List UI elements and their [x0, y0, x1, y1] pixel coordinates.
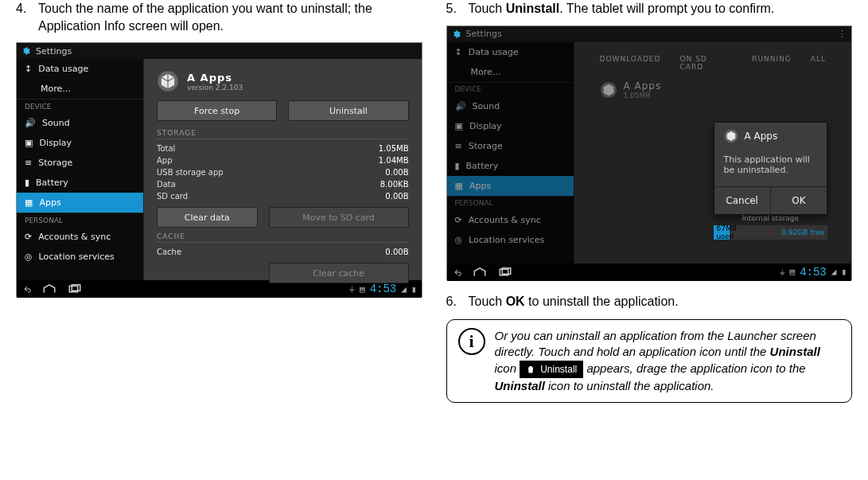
recents-icon[interactable] — [68, 283, 82, 295]
status-bar: Settings — [17, 43, 422, 59]
step-text: Touch OK to uninstall the application. — [469, 293, 853, 310]
cache-row: Cache0.00B — [157, 246, 409, 258]
home-icon[interactable] — [42, 283, 56, 295]
info-text: Or you can uninstall an application from… — [495, 328, 841, 394]
sidebar-item-battery[interactable]: ▮Battery — [17, 173, 143, 193]
info-box: i Or you can uninstall an application fr… — [446, 319, 853, 403]
step-text: Touch the name of the application you wa… — [38, 0, 422, 34]
uninstall-dialog: A Apps This application will be uninstal… — [714, 122, 828, 215]
home-icon[interactable] — [473, 267, 487, 278]
step-number: 5. — [446, 0, 469, 18]
ok-button[interactable]: OK — [771, 187, 827, 214]
window-title: Settings — [36, 46, 72, 57]
sidebar-header-device: DEVICE — [17, 99, 143, 113]
apps-panel: DOWNLOADED ON SD CARD RUNNING ALL A Apps… — [574, 42, 852, 263]
recents-icon[interactable] — [498, 267, 512, 278]
window-title: Settings — [466, 29, 502, 39]
nav-bar: ⏚ ▤ 4:53 ◢ ▮ — [447, 263, 852, 281]
sidebar-item-data-usage: ↕Data usage — [447, 42, 574, 62]
settings-icon — [452, 29, 461, 39]
storage-row: SD card0.00B — [157, 190, 409, 202]
section-storage: STORAGE — [157, 129, 409, 139]
settings-sidebar: ↕Data usage More… DEVICE 🔊Sound ▣Display… — [447, 42, 574, 263]
wifi-icon: ◢ — [401, 284, 407, 295]
sidebar-item-storage: ≡Storage — [447, 136, 574, 156]
sd-icon: ▤ — [790, 267, 796, 277]
usb-icon: ⏚ — [780, 267, 785, 277]
sidebar-header-personal: PERSONAL — [17, 213, 143, 227]
storage-used: 67MB used — [714, 225, 730, 240]
storage-free: 0.92GB free — [781, 228, 827, 236]
move-sd-button: Move to SD card — [269, 207, 409, 228]
sd-icon: ▤ — [360, 284, 365, 295]
force-stop-button[interactable]: Force stop — [157, 100, 277, 121]
step-number: 4. — [16, 0, 38, 34]
info-icon: i — [458, 328, 485, 355]
trash-icon — [526, 365, 535, 374]
sidebar-header-personal: PERSONAL — [447, 196, 574, 210]
app-icon — [600, 81, 617, 99]
wifi-icon: ◢ — [831, 267, 837, 277]
back-icon[interactable] — [452, 267, 461, 277]
cancel-button[interactable]: Cancel — [714, 187, 771, 214]
app-icon — [157, 70, 179, 92]
battery-icon: ▮ — [841, 267, 847, 277]
app-version: version 2.2.103 — [187, 84, 243, 92]
storage-row: Total1.05MB — [157, 142, 409, 154]
sidebar-item-battery: ▮Battery — [447, 156, 574, 176]
storage-bar: Internal storage 67MB used 0.92GB free — [714, 225, 828, 240]
tab-downloaded: DOWNLOADED — [600, 55, 661, 71]
dialog-title: A Apps — [745, 131, 778, 142]
settings-sidebar: ↕Data usage More… DEVICE 🔊Sound ▣Display… — [17, 59, 144, 280]
step-text: Touch Uninstall. The tablet will prompt … — [469, 0, 853, 18]
sidebar-item-apps: ▦Apps — [447, 176, 574, 196]
clear-cache-button: Clear cache — [269, 263, 409, 283]
clear-data-button[interactable]: Clear data — [157, 207, 258, 228]
app-row-name: A Apps — [624, 80, 662, 92]
sidebar-item-storage[interactable]: ≡Storage — [17, 153, 143, 173]
section-cache: CACHE — [157, 232, 409, 243]
tab-running: RUNNING — [752, 55, 792, 71]
tab-sdcard: ON SD CARD — [679, 55, 733, 71]
battery-icon: ▮ — [411, 284, 417, 295]
app-name: A Apps — [187, 72, 243, 84]
screenshot-uninstall-dialog: Settings ⋮ ↕Data usage More… DEVICE 🔊Sou… — [446, 25, 853, 280]
storage-row: USB storage app0.00B — [157, 166, 409, 178]
screenshot-app-info: Settings ↕Data usage More… DEVICE 🔊Sound… — [16, 42, 422, 297]
sidebar-item-display: ▣Display — [447, 116, 574, 136]
status-bar: Settings ⋮ — [447, 26, 852, 42]
clock: 4:53 — [370, 283, 397, 295]
storage-label: Internal storage — [741, 214, 799, 222]
sidebar-item-sound: 🔊Sound — [447, 96, 574, 116]
storage-row: App1.04MB — [157, 154, 409, 166]
back-icon[interactable] — [21, 284, 31, 294]
sidebar-item-apps[interactable]: ▦Apps — [17, 193, 143, 213]
sidebar-item-more[interactable]: More… — [17, 79, 143, 99]
sidebar-item-sound[interactable]: 🔊Sound — [17, 113, 143, 133]
clock: 4:53 — [800, 266, 827, 279]
storage-row: Data8.00KB — [157, 178, 409, 190]
sidebar-item-more: More… — [447, 62, 574, 82]
usb-icon: ⏚ — [349, 284, 355, 294]
sidebar-header-device: DEVICE — [447, 82, 574, 96]
app-icon — [724, 129, 738, 143]
sidebar-item-accounts: ⟳Accounts & sync — [447, 210, 574, 230]
app-row-size: 1.05MB — [624, 92, 662, 100]
step-number: 6. — [446, 293, 469, 310]
sidebar-item-location: ◎Location services — [447, 230, 574, 250]
dialog-message: This application will be uninstalled. — [714, 150, 827, 187]
app-info-panel: A Apps version 2.2.103 Force stop Uninst… — [144, 59, 422, 280]
tab-all: ALL — [811, 55, 826, 71]
menu-icon[interactable]: ⋮ — [838, 29, 847, 39]
sidebar-item-data-usage[interactable]: ↕Data usage — [17, 59, 143, 79]
sidebar-item-location[interactable]: ◎Location services — [17, 247, 143, 267]
sidebar-item-accounts[interactable]: ⟳Accounts & sync — [17, 227, 143, 247]
uninstall-button[interactable]: Uninstall — [288, 100, 408, 121]
settings-icon — [21, 46, 31, 56]
uninstall-chip: Uninstall — [520, 361, 583, 378]
sidebar-item-display[interactable]: ▣Display — [17, 133, 143, 153]
